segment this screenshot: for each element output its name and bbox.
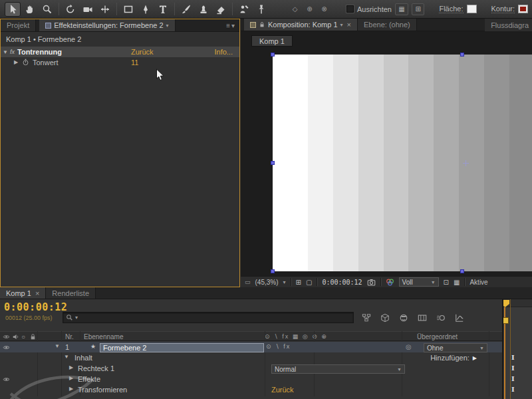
zoom-tool[interactable] (39, 2, 55, 17)
search-field[interactable]: ▾ (63, 312, 354, 323)
pan-behind-tool[interactable] (97, 2, 113, 17)
layer-name-box[interactable]: Formebene 2 (100, 343, 264, 352)
timeline-time-area[interactable]: I I I I (502, 299, 532, 399)
parent-dropdown[interactable]: Ohne ▼ (424, 343, 487, 352)
snapshot-camera-icon[interactable] (367, 278, 376, 287)
rect-twirl-icon[interactable]: ▶ (69, 364, 73, 370)
effects-twirl-icon[interactable]: ▶ (69, 375, 73, 381)
search-input[interactable] (80, 314, 350, 322)
eraser-tool[interactable] (213, 2, 229, 17)
zoom-level[interactable]: (45,3%) (255, 279, 279, 286)
fill-label[interactable]: Fläche: (439, 5, 463, 13)
comp-flowchart-button[interactable] (359, 312, 374, 323)
panel-menu-button[interactable]: ≡ ▾ (221, 19, 239, 31)
zoom-widget-icon[interactable]: ▭ (245, 279, 251, 285)
stopwatch-icon[interactable] (22, 59, 29, 66)
layer-switches-icons[interactable]: ⊙ ∖ fx (266, 343, 291, 350)
chevron-down-icon[interactable]: ▾ (340, 22, 343, 28)
effects-group-label[interactable]: Effekte (78, 375, 100, 383)
tab-composition[interactable]: Komposition: Komp 1 ▾ × (244, 19, 358, 31)
hand-tool[interactable] (22, 2, 38, 17)
viewer-comp-tab[interactable]: Komp 1 (251, 35, 293, 47)
effect-property-row[interactable]: ▶ Tonwert 11 (1, 57, 239, 67)
selection-tool[interactable] (5, 2, 21, 17)
graph-editor-button[interactable] (452, 312, 467, 323)
type-tool[interactable] (155, 2, 171, 17)
selection-handle[interactable] (271, 53, 275, 57)
view-layout-value[interactable]: Aktive (469, 279, 487, 286)
align-checkbox[interactable] (346, 5, 354, 13)
search-options-arrow-icon[interactable]: ▾ (75, 315, 78, 321)
tab-layer-viewer[interactable]: Ebene: (ohne) (358, 19, 417, 31)
hide-shy-button[interactable] (396, 312, 411, 323)
tab-flowchart[interactable]: Flussdiagra (485, 19, 532, 31)
switches-column-icons[interactable]: ⊙ ∖ fx ▦ ◎ ⊘ ⊕ (265, 333, 328, 340)
camera-tool[interactable] (80, 2, 96, 17)
video-column-icon[interactable] (3, 333, 10, 340)
layer-row[interactable]: ▼ 1 ★ Formebene 2 ⊙ ∖ fx ◎ Ohne ▼ (0, 342, 502, 352)
viewer-timecode[interactable]: 0:00:00:12 (322, 279, 362, 286)
effect-name[interactable]: Tontrennung (17, 48, 62, 56)
close-icon[interactable]: × (35, 289, 39, 297)
puppet-pin-tool[interactable] (253, 2, 269, 17)
chevron-down-icon[interactable]: ▾ (166, 23, 169, 29)
column-parent-label[interactable]: Übergeordnet (417, 333, 458, 340)
rotation-tool[interactable] (63, 2, 78, 17)
current-timecode[interactable]: 0:00:00:12 (4, 301, 67, 313)
eye-icon[interactable] (3, 376, 10, 383)
effects-group-row[interactable]: ▶ Effekte (0, 374, 502, 384)
content-group-row[interactable]: ▼ Inhalt Hinzufügen: ▶ (0, 352, 502, 363)
selection-handle[interactable] (271, 269, 275, 273)
transparency-grid-icon[interactable]: ▦ (454, 279, 460, 286)
roto-brush-tool[interactable] (236, 2, 252, 17)
transform-reset-link[interactable]: Zurück (271, 386, 294, 394)
draft-3d-button[interactable] (378, 312, 392, 323)
tab-effect-controls[interactable]: Effekteinstellungen: Formebene 2 ▾ (39, 19, 175, 31)
world-axis-icon[interactable]: ⊕ (303, 4, 316, 15)
transform-group-label[interactable]: Transformieren (78, 386, 127, 394)
content-group-label[interactable]: Inhalt (74, 354, 92, 362)
stroke-swatch[interactable] (518, 5, 528, 13)
grid-button[interactable]: ▦ (395, 3, 408, 15)
motion-blur-button[interactable] (434, 312, 448, 323)
clone-stamp-tool[interactable] (196, 2, 211, 17)
grid-options-icon[interactable]: ⊞ (296, 279, 301, 286)
fill-swatch[interactable] (467, 5, 477, 13)
composition-canvas[interactable] (273, 55, 532, 271)
anchor-point-icon[interactable] (463, 160, 469, 166)
twirl-closed-icon[interactable]: ▶ (11, 59, 21, 65)
effect-info-link[interactable]: Info... (214, 48, 233, 56)
local-axis-icon[interactable]: ◇ (289, 4, 301, 15)
close-icon[interactable]: × (347, 21, 351, 29)
composition-viewer[interactable]: Komp 1 (241, 31, 532, 276)
resolution-dropdown[interactable]: Voll ▼ (399, 277, 439, 287)
tab-project[interactable]: Projekt (1, 19, 36, 31)
content-twirl-icon[interactable]: ▼ (64, 354, 69, 360)
lock-column-icon[interactable] (29, 333, 37, 340)
zoom-dropdown-icon[interactable]: ▾ (283, 279, 286, 285)
pen-tool[interactable] (138, 2, 154, 17)
lock-icon[interactable] (259, 21, 265, 28)
channels-icon[interactable] (386, 278, 394, 287)
effect-reset-link[interactable]: Zurück (131, 48, 154, 56)
selection-handle[interactable] (271, 161, 275, 165)
view-axis-icon[interactable]: ⊗ (318, 4, 331, 15)
layer-twirl-icon[interactable]: ▼ (55, 343, 60, 349)
transform-group-row[interactable]: ▶ Transformieren Zurück (0, 384, 502, 395)
add-control[interactable]: Hinzufügen: ▶ (430, 354, 477, 362)
region-of-interest-icon[interactable]: ⊡ (444, 279, 449, 286)
tab-timeline-comp[interactable]: Komp 1 × (0, 287, 46, 299)
audio-column-icon[interactable] (12, 333, 19, 340)
snap-button[interactable]: ⊞ (412, 3, 425, 15)
rect-group-label[interactable]: Rechteck 1 (78, 364, 114, 372)
tab-render-queue[interactable]: Renderliste (46, 287, 96, 299)
selection-handle[interactable] (460, 269, 464, 273)
add-arrow-icon[interactable]: ▶ (473, 355, 477, 361)
column-layername-label[interactable]: Ebenenname (84, 333, 124, 340)
blend-mode-dropdown[interactable]: Normal ▼ (271, 364, 405, 374)
parent-pickwhip-icon[interactable]: ◎ (406, 343, 412, 350)
property-value[interactable]: 11 (131, 59, 138, 66)
effect-header-row[interactable]: ▼ fx Tontrennung Zurück Info... (1, 47, 239, 57)
twirl-open-icon[interactable]: ▼ (1, 49, 10, 55)
solo-column-icon[interactable]: ○ (21, 333, 25, 340)
